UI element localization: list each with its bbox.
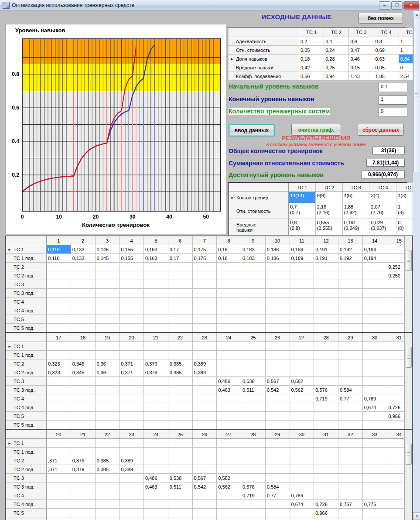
grid-cell[interactable]: [120, 509, 144, 517]
grid-cell[interactable]: [217, 289, 241, 298]
grid-cell[interactable]: 0,789: [290, 491, 314, 500]
column-header[interactable]: 26: [265, 333, 290, 342]
row-header[interactable]: TC 4 под.: [6, 306, 47, 315]
grid-cell[interactable]: [168, 306, 192, 315]
grid-cell[interactable]: [338, 439, 363, 448]
grid-cell[interactable]: 0,192: [338, 254, 363, 263]
grid-cell[interactable]: 0,775: [362, 500, 387, 509]
grid-cell[interactable]: [47, 403, 71, 412]
grid-cell[interactable]: [144, 517, 168, 520]
grid-cell[interactable]: [144, 280, 168, 289]
grid-cell[interactable]: [241, 359, 266, 368]
grid-cell[interactable]: [192, 386, 217, 394]
grid-cell[interactable]: 0,118: [47, 245, 71, 254]
grid-cell[interactable]: [314, 368, 338, 377]
grid-cell[interactable]: [241, 500, 266, 509]
row-header[interactable]: Отн. стоимость: [229, 203, 289, 219]
row-header[interactable]: TC 5 под.: [6, 324, 47, 332]
column-header[interactable]: TC 4: [374, 28, 399, 37]
grid-cell[interactable]: 0,486: [144, 474, 168, 482]
grid-cell[interactable]: [314, 403, 338, 412]
grid-cell[interactable]: [120, 289, 144, 298]
grid-cell[interactable]: [144, 351, 168, 359]
grid-cell[interactable]: [120, 298, 144, 306]
grid-cell[interactable]: [71, 482, 95, 491]
row-header[interactable]: TC 3 под.: [6, 482, 47, 491]
row-header[interactable]: TC 5 под.: [6, 517, 47, 520]
grid-cell[interactable]: [71, 403, 95, 412]
grid-cell[interactable]: 0,145: [95, 245, 120, 254]
grid-cell[interactable]: [192, 271, 217, 280]
grid-cell[interactable]: 0,17: [168, 245, 192, 254]
row-header[interactable]: TC 4 под.: [6, 500, 47, 509]
row-header[interactable]: TC 1►: [6, 342, 47, 351]
grid-cell[interactable]: 0,118: [47, 254, 71, 263]
grid-cell[interactable]: 0,69: [374, 46, 399, 55]
grid-cell[interactable]: [314, 263, 338, 271]
grid-cell[interactable]: [241, 315, 266, 324]
grid-cell[interactable]: [290, 351, 314, 359]
grid-cell[interactable]: 0,18: [299, 55, 324, 63]
grid-cell[interactable]: [314, 351, 338, 359]
grid-cell[interactable]: [95, 394, 120, 403]
row-header[interactable]: TC 5: [6, 412, 47, 421]
column-header[interactable]: 25: [241, 333, 266, 342]
grid-vertical-scrollbar[interactable]: [404, 430, 412, 520]
column-header[interactable]: 8: [217, 236, 241, 245]
grid-cell[interactable]: [71, 298, 95, 306]
grid-cell[interactable]: [192, 289, 217, 298]
grid-cell[interactable]: [144, 448, 168, 456]
grid-cell[interactable]: 0,191 (0,249): [342, 219, 369, 236]
grid-cell[interactable]: 0,674: [290, 500, 314, 509]
grid-cell[interactable]: [362, 342, 387, 351]
grid-cell[interactable]: [338, 421, 363, 429]
grid-cell[interactable]: [265, 500, 290, 509]
param-value-field[interactable]: 0,1: [379, 83, 407, 92]
grid-cell[interactable]: [95, 289, 120, 298]
grid-cell[interactable]: [314, 289, 338, 298]
column-header[interactable]: 29: [265, 430, 290, 439]
row-header[interactable]: TC 2: [6, 359, 47, 368]
grid-cell[interactable]: 0,582: [217, 474, 241, 482]
grid-cell[interactable]: [265, 280, 290, 289]
grid-cell[interactable]: [314, 456, 338, 465]
scrollbar-thumb[interactable]: [413, 18, 420, 172]
grid-cell[interactable]: [265, 298, 290, 306]
result-value-field[interactable]: 7,81(11,44): [366, 159, 405, 167]
grid-cell[interactable]: 0,189: [290, 245, 314, 254]
grid-cell[interactable]: 0,726: [314, 500, 338, 509]
grid-cell[interactable]: [95, 491, 120, 500]
grid-cell[interactable]: [192, 448, 217, 456]
corner-header[interactable]: [229, 28, 299, 37]
grid-cell[interactable]: [144, 324, 168, 332]
grid-cell[interactable]: [241, 271, 266, 280]
grid-cell[interactable]: 0,155: [120, 245, 144, 254]
grid-cell[interactable]: [168, 351, 192, 359]
grid-cell[interactable]: [217, 448, 241, 456]
grid-cell[interactable]: 0,789: [362, 394, 387, 403]
column-header[interactable]: 29: [338, 333, 363, 342]
grid-cell[interactable]: [338, 306, 363, 315]
grid-cell[interactable]: [71, 509, 95, 517]
grid-cell[interactable]: [362, 298, 387, 306]
grid-cell[interactable]: 0,567: [192, 474, 217, 482]
grid-cell[interactable]: [168, 324, 192, 332]
grid-cell[interactable]: 0,25: [324, 63, 349, 72]
grid-cell[interactable]: 0,371: [120, 359, 144, 368]
grid-cell[interactable]: [95, 403, 120, 412]
grid-cell[interactable]: 0,542: [265, 386, 290, 394]
grid-cell[interactable]: [71, 351, 95, 359]
grid-cell[interactable]: 0,42: [299, 63, 324, 72]
grid-cell[interactable]: 9(9): [315, 192, 342, 203]
grid-cell[interactable]: [144, 465, 168, 474]
grid-cell[interactable]: [241, 439, 266, 448]
grid-cell[interactable]: [217, 509, 241, 517]
grid-cell[interactable]: [47, 394, 71, 403]
column-header[interactable]: 19: [95, 333, 120, 342]
grid-cell[interactable]: [95, 509, 120, 517]
grid-cell[interactable]: 0,389: [192, 368, 217, 377]
grid-cell[interactable]: [241, 263, 266, 271]
grid-cell[interactable]: [290, 289, 314, 298]
grid-cell[interactable]: [290, 465, 314, 474]
grid-cell[interactable]: [168, 412, 192, 421]
